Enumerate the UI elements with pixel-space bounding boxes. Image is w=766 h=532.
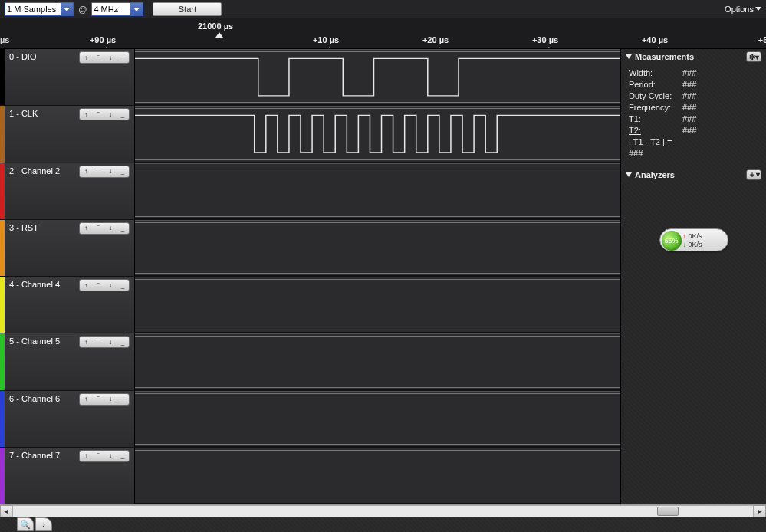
channel-header[interactable]: 2 - Channel 2↑‾↓_ <box>5 163 135 219</box>
at-label: @ <box>78 5 87 14</box>
waveform-area[interactable] <box>135 448 620 504</box>
ruler-tick: +30 µs <box>532 35 558 44</box>
channel-header[interactable]: 4 - Channel 4↑‾↓_ <box>5 277 135 333</box>
chevron-down-icon <box>133 8 140 11</box>
trigger-option[interactable]: _ <box>117 225 128 232</box>
trigger-option[interactable]: ↓ <box>105 338 116 346</box>
trigger-selector[interactable]: ↑‾↓_ <box>79 222 130 235</box>
waveform-area[interactable] <box>135 163 620 219</box>
next-tab[interactable]: › <box>35 517 52 531</box>
channel-row: 6 - Channel 6↑‾↓_ <box>0 391 620 448</box>
trigger-selector[interactable]: ↑‾↓_ <box>79 393 130 406</box>
trigger-option[interactable]: ‾ <box>93 452 104 460</box>
channel-header[interactable]: 1 - CLK↑‾↓_ <box>5 106 135 162</box>
trigger-option[interactable]: ↓ <box>105 452 116 460</box>
rate-select-value: 4 MHz <box>94 5 133 14</box>
collapse-icon <box>626 54 632 59</box>
trigger-option[interactable]: ↑ <box>81 281 91 289</box>
usage-indicator[interactable]: 65% ↑ 0K/s ↓ 0K/s <box>659 228 728 251</box>
measurement-key: T2: <box>629 125 682 136</box>
trigger-option[interactable]: ‾ <box>93 168 104 176</box>
add-analyzer-button[interactable]: ＋▾ <box>746 169 761 180</box>
trigger-option[interactable]: ‾ <box>93 338 104 346</box>
channel-header[interactable]: 0 - DIO↑‾↓_ <box>5 49 135 105</box>
waveform-area[interactable] <box>135 220 620 276</box>
channel-header[interactable]: 5 - Channel 5↑‾↓_ <box>5 333 135 389</box>
trigger-option[interactable]: ‾ <box>93 396 104 403</box>
measurement-row: Period:### <box>629 79 758 90</box>
measurement-key: Period: <box>629 79 682 90</box>
waveform-area[interactable] <box>135 277 620 333</box>
waveform-area[interactable] <box>135 49 620 105</box>
rate-select[interactable]: 4 MHz <box>91 2 143 16</box>
ruler-tick: +10 µs <box>313 35 339 44</box>
trigger-option[interactable]: ↓ <box>105 110 116 118</box>
measurement-value: ### <box>682 125 696 136</box>
measurement-key: T1: <box>629 113 682 125</box>
trigger-option[interactable]: ‾ <box>93 281 104 289</box>
trigger-option[interactable]: ‾ <box>93 110 104 118</box>
scroll-track[interactable] <box>12 505 754 517</box>
trigger-option[interactable]: _ <box>117 168 128 176</box>
measurements-header[interactable]: Measurements ✻▾ <box>621 49 766 64</box>
scroll-right-button[interactable]: ► <box>754 505 766 517</box>
channel-header[interactable]: 3 - RST↑‾↓_ <box>5 220 135 276</box>
trigger-option[interactable]: ‾ <box>93 54 104 61</box>
measurement-key: Duty Cycle: <box>629 90 682 102</box>
trigger-option[interactable]: ↑ <box>81 110 91 118</box>
measurement-row: T1:### <box>629 113 758 125</box>
trigger-option[interactable]: ‾ <box>93 225 104 232</box>
waveform-area[interactable] <box>135 106 620 162</box>
time-ruler[interactable]: µs 21000 µs +90 µs+10 µs+20 µs+30 µs+40 … <box>0 18 766 49</box>
trigger-option[interactable]: _ <box>117 452 128 460</box>
arrow-up-icon: ↑ <box>683 232 687 240</box>
trigger-option[interactable]: ↓ <box>105 54 116 61</box>
measurements-settings-button[interactable]: ✻▾ <box>746 51 761 62</box>
trigger-option[interactable]: _ <box>117 396 128 403</box>
chevron-right-icon: › <box>42 520 45 529</box>
trigger-option[interactable]: _ <box>117 54 128 61</box>
measurement-key: Frequency: <box>629 102 682 113</box>
trigger-option[interactable]: ↑ <box>81 338 91 346</box>
measurement-key: Width: <box>629 67 682 79</box>
waveform-area[interactable] <box>135 391 620 447</box>
trigger-selector[interactable]: ↑‾↓_ <box>79 279 130 291</box>
trigger-option[interactable]: _ <box>117 338 128 346</box>
waveform-area[interactable] <box>135 333 620 389</box>
trigger-option[interactable]: _ <box>117 110 128 118</box>
channel-header[interactable]: 7 - Channel 7↑‾↓_ <box>5 448 135 504</box>
trigger-option[interactable]: ↑ <box>81 452 91 460</box>
footer-bar: 🔍 › <box>0 517 766 532</box>
trigger-selector[interactable]: ↑‾↓_ <box>79 108 130 120</box>
channels-column: 0 - DIO↑‾↓_1 - CLK↑‾↓_2 - Channel 2↑‾↓_3… <box>0 49 620 504</box>
trigger-option[interactable]: ↑ <box>81 396 91 403</box>
samples-select[interactable]: 1 M Samples <box>5 2 74 16</box>
scroll-left-button[interactable]: ◄ <box>0 505 12 517</box>
trigger-selector[interactable]: ↑‾↓_ <box>79 450 130 462</box>
trigger-selector[interactable]: ↑‾↓_ <box>79 166 130 178</box>
channel-row: 4 - Channel 4↑‾↓_ <box>0 277 620 333</box>
trigger-option[interactable]: ↑ <box>81 225 91 232</box>
ruler-tick: +40 µs <box>642 35 668 44</box>
trigger-option[interactable]: ↑ <box>81 168 91 176</box>
scroll-thumb[interactable] <box>657 507 679 516</box>
trigger-option[interactable]: ↓ <box>105 168 116 176</box>
analyzers-header[interactable]: Analyzers ＋▾ <box>621 167 766 182</box>
options-menu[interactable]: Options <box>725 5 761 14</box>
trigger-selector[interactable]: ↑‾↓_ <box>79 336 130 348</box>
measurement-value: ### <box>682 113 696 125</box>
trigger-option[interactable]: _ <box>117 281 128 289</box>
channel-header[interactable]: 6 - Channel 6↑‾↓_ <box>5 391 135 447</box>
trigger-option[interactable]: ↑ <box>81 54 91 61</box>
start-button[interactable]: Start <box>153 2 222 16</box>
trigger-selector[interactable]: ↑‾↓_ <box>79 51 130 64</box>
search-tab[interactable]: 🔍 <box>17 517 34 531</box>
trigger-option[interactable]: ↓ <box>105 396 116 403</box>
trigger-option[interactable]: ↓ <box>105 281 116 289</box>
top-toolbar: 1 M Samples @ 4 MHz Start Options <box>0 0 766 18</box>
trigger-option[interactable]: ↓ <box>105 225 116 232</box>
channel-row: 0 - DIO↑‾↓_ <box>0 49 620 106</box>
collapse-icon <box>626 172 632 177</box>
measurements-list: Width:###Period:###Duty Cycle:###Frequen… <box>621 64 766 167</box>
search-icon: 🔍 <box>20 520 31 530</box>
